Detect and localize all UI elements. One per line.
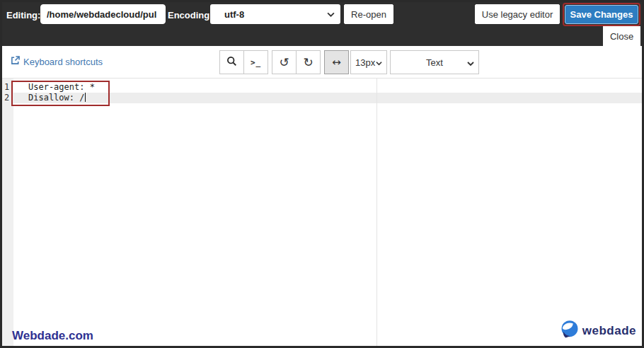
- webdade-logo: webdade: [559, 319, 636, 343]
- horizontal-arrows-icon: ↔: [332, 56, 341, 69]
- webdade-logo-icon: [559, 319, 580, 343]
- chevron-down-icon: [376, 60, 382, 66]
- encoding-label: Encoding:: [168, 10, 213, 21]
- editing-label: Editing:: [6, 10, 40, 21]
- close-button[interactable]: Close: [603, 26, 640, 46]
- encoding-value: utf-8: [224, 9, 244, 20]
- terminal-icon: >_: [251, 58, 261, 67]
- font-size-select[interactable]: 13px: [350, 50, 387, 74]
- keyboard-shortcuts-label: Keyboard shortcuts: [23, 57, 103, 67]
- terminal-button[interactable]: >_: [243, 50, 268, 74]
- syntax-mode-select[interactable]: Text: [390, 50, 479, 74]
- line-number-gutter: [2, 79, 13, 346]
- word-wrap-button[interactable]: ↔: [324, 50, 349, 74]
- chevron-down-icon: [467, 60, 474, 67]
- print-margin-line: [376, 79, 377, 346]
- redo-button[interactable]: ↻: [296, 50, 321, 74]
- redo-icon: ↻: [303, 57, 313, 69]
- annotation-box-save: Save Changes: [563, 3, 640, 26]
- undo-icon: ↺: [279, 57, 289, 69]
- reopen-button[interactable]: Re-open: [344, 4, 393, 24]
- watermark-site-name: Webdade.com: [12, 329, 93, 343]
- editor-toolbar: Keyboard shortcuts >_ ↺ ↻: [2, 46, 642, 79]
- file-path-input[interactable]: [40, 4, 166, 24]
- undo-button[interactable]: ↺: [272, 50, 297, 74]
- chevron-down-icon: [327, 11, 335, 18]
- syntax-mode-value: Text: [426, 57, 443, 68]
- encoding-select[interactable]: utf-8: [210, 4, 340, 24]
- code-editor[interactable]: 1 User-agent: * 2 Disallow: / Webdade.co…: [2, 79, 642, 346]
- search-icon: [226, 56, 237, 69]
- webdade-logo-text: webdade: [582, 324, 636, 338]
- external-link-icon: [11, 56, 20, 67]
- legacy-editor-button[interactable]: Use legacy editor: [475, 4, 560, 24]
- editor-window: Editing: Encoding: utf-8 Re-open Use leg…: [0, 0, 644, 348]
- font-size-value: 13px: [355, 57, 375, 68]
- annotation-box-code: [11, 81, 110, 106]
- toolbar-button-group: >_ ↺ ↻ ↔ 13px Text: [219, 50, 479, 74]
- keyboard-shortcuts-link[interactable]: Keyboard shortcuts: [11, 56, 103, 67]
- search-button[interactable]: [219, 50, 244, 74]
- top-bar: Editing: Encoding: utf-8 Re-open Use leg…: [2, 2, 642, 46]
- save-changes-button[interactable]: Save Changes: [565, 5, 638, 24]
